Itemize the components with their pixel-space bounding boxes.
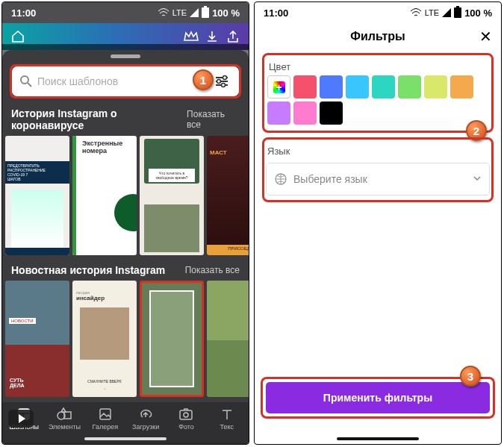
- template-card[interactable]: Экстренныеномера: [72, 136, 137, 255]
- color-swatch[interactable]: [346, 75, 369, 99]
- annotation-3: 3: [460, 366, 481, 387]
- color-swatch[interactable]: [293, 101, 317, 125]
- template-card[interactable]: [207, 281, 249, 397]
- play-tray-icon[interactable]: [8, 410, 34, 428]
- close-icon[interactable]: ✕: [479, 28, 492, 46]
- svg-point-1: [223, 76, 227, 80]
- template-card[interactable]: НОВОСТИ СУТЬДЕЛА: [5, 281, 69, 397]
- crown-icon[interactable]: [183, 28, 199, 45]
- language-placeholder: Выберите язык: [293, 173, 367, 185]
- color-section-highlight: Цвет 2: [262, 53, 494, 133]
- share-icon[interactable]: [225, 28, 241, 45]
- color-swatch[interactable]: [398, 75, 421, 99]
- color-swatch[interactable]: [372, 75, 395, 99]
- apply-section-highlight: Применить фильтры 3: [261, 377, 495, 419]
- search-icon: [19, 75, 33, 88]
- search-input[interactable]: Поиск шаблонов: [37, 75, 208, 87]
- filters-header: Фильтры ✕: [255, 23, 501, 50]
- language-section-highlight: Язык Выберите язык: [262, 137, 494, 202]
- annotation-1: 1: [193, 69, 214, 90]
- template-card[interactable]: сегодня инсайдер СМАХНИТЕ ВВЕРХ ⌃: [72, 281, 137, 397]
- templates-sheet: Поиск шаблонов 1 История Instagram о кор…: [2, 50, 249, 444]
- svg-point-3: [222, 84, 225, 87]
- nav-elements[interactable]: Элементы: [44, 407, 84, 431]
- apply-filters-button[interactable]: Применить фильтры: [266, 382, 490, 413]
- status-net: LTE: [425, 8, 439, 17]
- status-battery: 100 %: [464, 7, 492, 19]
- nav-text[interactable]: Текс: [207, 407, 247, 431]
- battery-icon: [202, 7, 209, 18]
- nav-gallery[interactable]: Галерея: [85, 407, 125, 431]
- status-time: 11:00: [11, 7, 36, 19]
- color-label: Цвет: [267, 58, 488, 75]
- phone-left: 11:00 LTE 100 % Поиск шаблонов: [1, 1, 249, 445]
- download-icon[interactable]: [204, 28, 220, 45]
- section-title: История Instagram о коронавирусе: [11, 107, 187, 131]
- template-card[interactable]: [140, 281, 204, 397]
- template-card[interactable]: ПРЕДОТВРАТИТЬРАСПРОСТРАНЕНИЕCOVID-19 7ША…: [5, 136, 69, 255]
- nav-uploads[interactable]: Загрузки: [125, 407, 166, 431]
- template-row-1[interactable]: ПРЕДОТВРАТИТЬРАСПРОСТРАНЕНИЕCOVID-19 7ША…: [2, 136, 249, 255]
- filters-title: Фильтры: [350, 30, 405, 43]
- template-row-2[interactable]: НОВОСТИ СУТЬДЕЛА сегодня инсайдер СМАХНИ…: [2, 281, 249, 397]
- show-all-link[interactable]: Показать все: [185, 265, 240, 275]
- filter-button[interactable]: [212, 72, 231, 91]
- globe-icon: [274, 172, 287, 186]
- bottom-nav: Шаблоны Элементы Галерея Загрузки Фото Т…: [2, 401, 249, 434]
- svg-point-2: [217, 80, 221, 84]
- template-card[interactable]: Что почитать всвободное время?: [140, 136, 204, 255]
- status-time: 11:00: [264, 7, 288, 19]
- status-battery: 100 %: [212, 7, 240, 19]
- status-bar: 11:00 LTE 100 %: [2, 2, 249, 23]
- svg-point-0: [21, 76, 28, 84]
- color-swatch[interactable]: [320, 75, 343, 99]
- add-color-swatch[interactable]: [267, 75, 290, 99]
- color-swatch[interactable]: [293, 75, 317, 99]
- status-net: LTE: [172, 8, 187, 17]
- chevron-down-icon: [473, 173, 482, 185]
- language-select[interactable]: Выберите язык: [266, 163, 490, 196]
- phone-right: 11:00 LTE 100 % Фильтры ✕ Цвет 2 Язык Вы…: [254, 1, 502, 445]
- nav-photo[interactable]: Фото: [166, 407, 206, 431]
- svg-rect-8: [180, 410, 192, 419]
- language-label: Язык: [266, 143, 490, 160]
- wifi-icon: [158, 7, 169, 18]
- color-swatch[interactable]: [320, 101, 343, 125]
- home-icon[interactable]: [10, 28, 26, 45]
- show-all-link[interactable]: Показать все: [187, 109, 240, 130]
- color-swatch[interactable]: [450, 75, 473, 99]
- signal-icon: [190, 8, 199, 17]
- search-filter-highlight: Поиск шаблонов 1: [10, 64, 241, 99]
- sheet-handle[interactable]: [111, 54, 140, 58]
- template-card[interactable]: МАСТ ПРИСОЕД: [207, 136, 249, 255]
- battery-icon: [454, 7, 461, 18]
- section-title: Новостная история Instagram: [11, 264, 165, 276]
- wifi-icon: [410, 7, 422, 18]
- signal-icon: [442, 8, 451, 17]
- svg-point-9: [184, 413, 188, 417]
- color-swatches: [267, 75, 488, 125]
- color-swatch[interactable]: [424, 75, 447, 99]
- status-bar: 11:00 LTE 100 %: [255, 2, 501, 23]
- color-swatch[interactable]: [267, 101, 290, 125]
